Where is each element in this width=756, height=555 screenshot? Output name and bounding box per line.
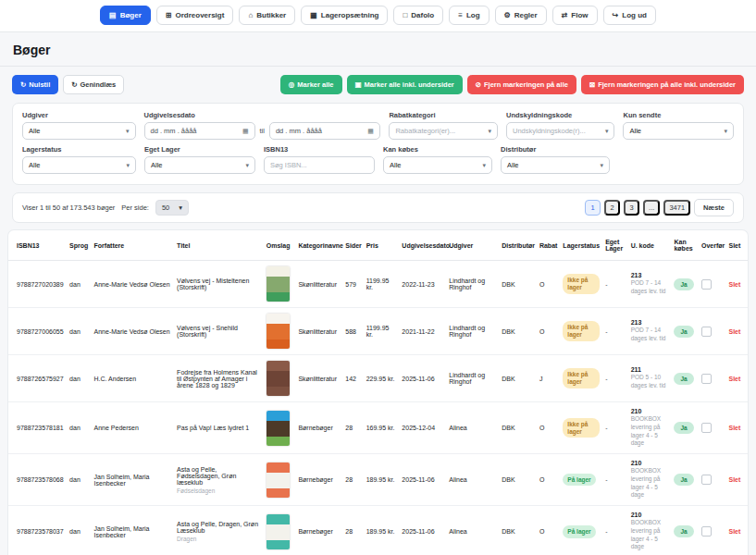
marker-alle-inkl-undersider-button[interactable]: ▣Marker alle inkl. undersider [347, 75, 463, 94]
per-side-select[interactable]: 50 ▾ [155, 200, 189, 216]
slet-link[interactable]: Slet [728, 476, 740, 483]
select-value: Alle [29, 127, 41, 135]
u-kode-description: POD 7 - 14 dages lev. tid [631, 327, 669, 343]
cell-overfor [699, 454, 726, 506]
chevron-down-icon: ▾ [488, 128, 491, 135]
overfor-checkbox[interactable] [701, 423, 712, 433]
cell-rabat: O [537, 261, 560, 308]
slet-link[interactable]: Slet [728, 425, 740, 431]
page-button-1[interactable]: 1 [585, 200, 601, 216]
date-input-to[interactable]: dd . mm . åååå▦ [269, 122, 380, 140]
tab-butikker[interactable]: ⌂Butikker [239, 6, 295, 25]
page-header: Bøger [0, 32, 756, 67]
tab-log[interactable]: ≡Log [449, 6, 489, 25]
page-button-3[interactable]: 3 [624, 200, 639, 216]
date-input-from[interactable]: dd . mm . åååå▦ [144, 122, 255, 140]
overfor-checkbox[interactable] [701, 475, 712, 485]
filter-panel: UdgiverAlle▾Udgivelsesdatodd . mm . åååå… [12, 103, 744, 185]
distributor-select[interactable]: Alle▾ [501, 156, 610, 174]
cell-isbn13: 9788727006055 [8, 308, 67, 355]
tab-log-ud[interactable]: ↪Log ud [603, 6, 656, 25]
tab-regler[interactable]: ⚙Regler [495, 6, 547, 25]
top-nav: ▤Bøger⊞Ordreoversigt⌂Butikker▦Lageropsæt… [0, 0, 756, 32]
cell-rabat: O [537, 506, 560, 555]
table-row: 9788727020389danAnne-Marie Vedsø OlesenV… [8, 261, 748, 308]
slet-link[interactable]: Slet [728, 328, 740, 335]
filter-field-lagerstatus: LagerstatusAlle▾ [22, 145, 136, 174]
cell-udgiver: Lindhardt og Ringhof [446, 355, 499, 402]
cell-udgiver: Alinea [446, 454, 499, 506]
overfor-checkbox[interactable] [701, 374, 712, 384]
cell-slet: Slet [725, 506, 748, 555]
cell-kan-kobes: Ja [671, 261, 699, 308]
kan-kobes-select[interactable]: Alle▾ [383, 156, 492, 174]
slet-link[interactable]: Slet [728, 528, 740, 535]
page-button-3471[interactable]: 3471 [663, 200, 690, 216]
isbn-search-input[interactable]: Søg ISBN... [264, 156, 375, 174]
tab-flow[interactable]: ⇄Flow [552, 6, 598, 25]
tab-dafolo[interactable]: □Dafolo [393, 6, 443, 25]
slet-link[interactable]: Slet [728, 376, 740, 382]
column-header-omslag: Omslag [264, 230, 296, 261]
pagination-bar: Viser 1 til 50 af 173.543 bøger Per side… [12, 192, 744, 223]
tab-label: Flow [571, 11, 588, 19]
orders-icon: ⊞ [166, 12, 172, 19]
column-header-pris: Pris [364, 230, 400, 261]
cell-slet: Slet [725, 355, 748, 402]
kan-kobes-badge: Ja [674, 373, 693, 385]
button-label: Genindlæs [81, 80, 117, 89]
lagerstatus-select[interactable]: Alle▾ [22, 156, 136, 174]
column-header-titel: Titel [174, 230, 264, 261]
filter-field-eget-lager: Eget LagerAlle▾ [144, 145, 255, 174]
stock-status-badge: På lager [563, 525, 595, 538]
kun-sendte-select[interactable]: Alle▾ [623, 122, 734, 140]
overfor-checkbox[interactable] [701, 526, 712, 536]
fjern-markeringen-på-alle-button[interactable]: ⊘Fjern markeringen på alle [467, 75, 576, 94]
cell-forfattere: Jan Solheim, Maria Isenbecker [92, 454, 175, 506]
cell-sider: 142 [342, 355, 363, 402]
nulstil-button[interactable]: ↻Nulstil [12, 75, 58, 94]
cell-sider: 579 [342, 261, 363, 308]
select-value: Rabatkategori(er)... [395, 127, 455, 135]
next-page-button[interactable]: Næste [694, 199, 734, 216]
tab-label: Ordreoversigt [175, 11, 224, 19]
tab-bøger[interactable]: ▤Bøger [100, 6, 151, 25]
cell-lagerstatus: På lager [560, 454, 602, 506]
cell-slet: Slet [725, 402, 748, 454]
tab-lageropsætning[interactable]: ▦Lageropsætning [301, 6, 388, 25]
rabatkategori-select[interactable]: Rabatkategori(er)...▾ [389, 122, 498, 140]
tab-ordreoversigt[interactable]: ⊞Ordreoversigt [156, 6, 234, 25]
cell-lagerstatus: Ikke på lager [560, 308, 602, 355]
select-value: Alle [507, 161, 519, 169]
filter-label: Distributør [501, 145, 610, 154]
overfor-checkbox[interactable] [701, 279, 712, 290]
tab-label: Butikker [256, 11, 286, 19]
cell-udgiver: Alinea [446, 402, 499, 454]
slet-link[interactable]: Slet [728, 281, 740, 288]
cell-u-kode: 213POD 7 - 14 dages lev. tid [628, 261, 672, 308]
table-header-row: ISBN13SprogForfattereTitelOmslagKategori… [8, 230, 748, 261]
marker-alle-button[interactable]: ◎Marker alle [280, 75, 342, 94]
book-cover-image [266, 411, 290, 446]
eget-lager-select[interactable]: Alle▾ [144, 156, 255, 174]
stock-status-badge: På lager [563, 474, 595, 487]
cell-eget-lager: - [602, 355, 627, 402]
fjern-markeringen-på-alle-inkl-undersider-button[interactable]: ⊠Fjern markeringen på alle inkl. undersi… [581, 75, 744, 94]
table-row: 9788723578037danJan Solheim, Maria Isenb… [8, 506, 748, 555]
column-header-rabat: Rabat [537, 230, 560, 261]
cell-eget-lager: - [602, 261, 627, 308]
udgiver-select[interactable]: Alle▾ [22, 122, 136, 140]
undskyldningskode-select[interactable]: Undskyldningskode(r)...▾ [506, 122, 615, 140]
cell-omslag [264, 261, 296, 308]
overfor-checkbox[interactable] [701, 327, 712, 337]
page-button-2[interactable]: 2 [604, 200, 620, 216]
trash-icon: ⊠ [589, 80, 595, 89]
cell-titel: Fodrejse fra Holmens Kanal til Østpynten… [174, 355, 264, 402]
cell-distributor: DBK [499, 454, 537, 506]
cell-overfor [699, 308, 726, 355]
genindlæs-button[interactable]: ↻Genindlæs [63, 75, 124, 94]
filter-label: Lagerstatus [22, 145, 136, 154]
book-icon: ▤ [109, 12, 117, 19]
rules-icon: ⚙ [504, 12, 511, 19]
page-title: Bøger [13, 43, 743, 57]
